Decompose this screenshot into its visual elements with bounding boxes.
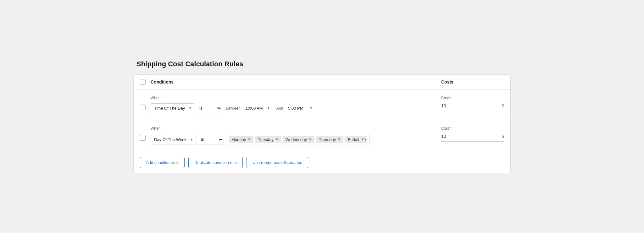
tag-tuesday-label: Tuesday [258, 137, 273, 142]
row1-timeto-select[interactable]: 5:00 PM [287, 104, 315, 113]
row2-when-label: When [151, 126, 436, 131]
tag-tuesday: Tuesday ✕ [255, 136, 281, 143]
tags-dropdown-icon[interactable]: ▾ [365, 138, 367, 142]
header-conditions-label: Conditions [151, 79, 441, 84]
row1-operator-select[interactable]: is [197, 103, 222, 113]
tag-wednesday-remove[interactable]: ✕ [309, 138, 312, 141]
duplicate-condition-button[interactable]: Duplicate condition rule [188, 157, 243, 168]
row1-cost-label: Cost * [441, 96, 504, 100]
row1-cost-input-wrapper: $ [441, 102, 504, 111]
tag-monday-remove[interactable]: ✕ [248, 138, 251, 141]
row2-field-wrapper: Day Of The Week ▼ [151, 135, 196, 144]
row1-cost-input[interactable] [441, 102, 482, 110]
table-header: Conditions Costs [134, 75, 510, 89]
row2-top: Day Of The Week ▼ is ▼ Mon [151, 134, 436, 145]
use-scenarios-button[interactable]: Use ready-made Scenarios [247, 157, 308, 168]
rules-card: Conditions Costs When Time Of The Day ▼ [133, 74, 511, 173]
row1-when-label: When [151, 96, 436, 100]
header-checkbox[interactable] [140, 79, 146, 85]
tag-friday-remove[interactable]: ✕ [361, 138, 364, 141]
row2-cost-label: Cost * [441, 126, 504, 131]
page-title: Shipping Cost Calculation Rules [133, 60, 511, 68]
row1-cost-currency: $ [502, 103, 504, 108]
footer-row: Add condition rule Duplicate condition r… [134, 152, 510, 173]
row1-between-label: Between [226, 106, 241, 111]
rule-row-2: When Day Of The Week ▼ is ▼ [134, 120, 510, 152]
rule-row-1: When Time Of The Day ▼ is ▼ [134, 89, 510, 120]
row2-checkbox[interactable] [140, 135, 146, 141]
row2-operator-select[interactable]: is [198, 134, 224, 144]
tag-tuesday-remove[interactable]: ✕ [275, 138, 279, 141]
row1-field-wrapper: Time Of The Day ▼ [151, 103, 194, 113]
row1-cost-section: Cost * $ [441, 96, 504, 111]
row1-timeto-wrapper: 5:00 PM ▼ [287, 104, 315, 113]
row1-timefrom-wrapper: 10:00 AM ▼ [244, 104, 273, 113]
row1-checkbox[interactable] [140, 105, 146, 110]
row2-conditions: When Day Of The Week ▼ is ▼ [151, 126, 436, 145]
row2-operator-wrapper: is ▼ [198, 134, 224, 144]
tag-monday: Monday ✕ [229, 136, 253, 143]
row2-tags-container[interactable]: Monday ✕ Tuesday ✕ Wednesday ✕ [226, 134, 369, 145]
tag-thursday: Thursday ✕ [316, 136, 343, 143]
row2-cost-input[interactable] [441, 133, 482, 140]
tag-thursday-label: Thursday [319, 137, 336, 142]
row1-timefrom-select[interactable]: 10:00 AM [244, 104, 273, 113]
tag-wednesday-label: Wednesday [286, 137, 307, 142]
row2-field-select[interactable]: Day Of The Week [151, 135, 196, 144]
row1-conditions: When Time Of The Day ▼ is ▼ [151, 96, 436, 113]
row2-inner: When Day Of The Week ▼ is ▼ [151, 126, 504, 145]
tag-monday-label: Monday [231, 137, 246, 142]
tags-clear-icon[interactable]: ✕ [356, 137, 360, 142]
add-condition-button[interactable]: Add condition rule [140, 157, 185, 168]
tag-wednesday: Wednesday ✕ [283, 136, 314, 143]
row2-cost-currency: $ [502, 134, 504, 139]
row2-cost-section: Cost * $ [441, 126, 504, 142]
row1-and-label: And [276, 106, 283, 111]
row1-operator-wrapper: is ▼ [197, 103, 222, 113]
row1-controls: Time Of The Day ▼ is ▼ Between [151, 103, 436, 113]
row1-inner: When Time Of The Day ▼ is ▼ [151, 96, 504, 113]
header-costs-label: Costs [441, 79, 504, 84]
row1-field-select[interactable]: Time Of The Day [151, 103, 194, 113]
row2-cost-input-wrapper: $ [441, 133, 504, 142]
tag-thursday-remove[interactable]: ✕ [338, 138, 341, 141]
page-wrapper: Shipping Cost Calculation Rules Conditio… [133, 47, 511, 186]
